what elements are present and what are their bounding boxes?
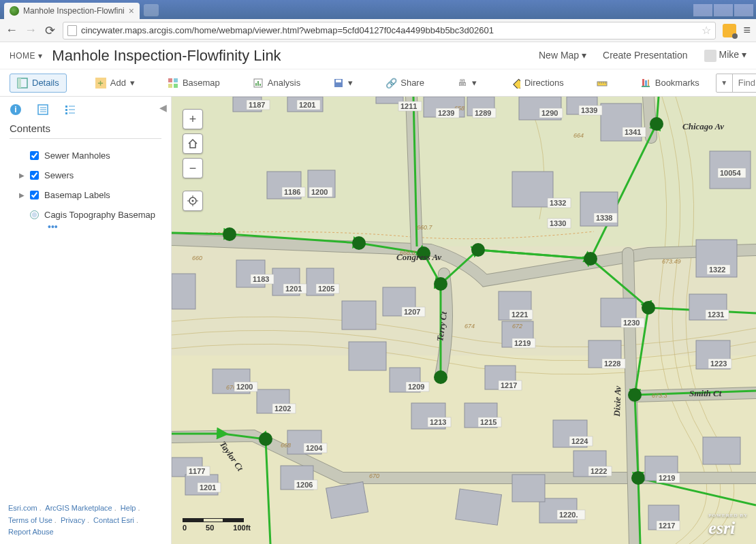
home-extent-button[interactable] [183, 133, 203, 154]
directions-button[interactable]: Directions [505, 75, 568, 91]
layer-cagis-basemap[interactable]: Cagis Topography Basemap [10, 205, 161, 225]
about-tab-icon[interactable]: i [10, 103, 22, 116]
main-area: i ◀ Contents Sewer Manholes ▶ Sewers ▶ B… [0, 97, 756, 544]
link-report[interactable]: Report Abuse [8, 528, 54, 536]
add-button[interactable]: ＋ Add ▾ [91, 75, 139, 91]
bookmarks-button[interactable]: Bookmarks [636, 75, 704, 91]
svg-text:1228: 1228 [604, 359, 620, 368]
svg-text:664: 664 [573, 132, 584, 139]
close-tab-icon[interactable]: × [129, 5, 134, 16]
svg-point-46 [434, 370, 447, 384]
collapse-sidebar-icon[interactable]: ◀ [159, 102, 167, 113]
basemap-radio-icon[interactable] [30, 210, 39, 219]
link-help[interactable]: Help [121, 504, 136, 512]
close-window-button[interactable] [734, 4, 753, 16]
svg-rect-32 [65, 112, 67, 114]
svg-rect-30 [65, 106, 67, 108]
map-svg: Chicago Av Congress Av Terry Ct Taylor C… [172, 97, 756, 544]
new-tab-button[interactable] [144, 4, 159, 16]
link-privacy[interactable]: Privacy [61, 516, 85, 524]
layer-options-icon[interactable]: ••• [10, 225, 161, 229]
browser-toolbar: ← → ⟳ cincywater.maps.arcgis.com/home/we… [0, 19, 756, 42]
bookmarks-icon [640, 78, 651, 89]
svg-text:1186: 1186 [284, 188, 300, 196]
layer-basemap-labels[interactable]: ▶ Basemap Labels [10, 185, 161, 205]
svg-rect-92 [172, 274, 195, 309]
svg-rect-95 [326, 482, 368, 519]
forward-button[interactable]: → [25, 23, 37, 37]
svg-point-39 [223, 227, 236, 241]
search-scope-dropdown[interactable]: ▼ [716, 74, 733, 92]
user-menu[interactable]: Mike ▾ [704, 49, 746, 61]
svg-text:673.3: 673.3 [652, 392, 667, 399]
minimize-button[interactable] [693, 4, 712, 16]
link-marketplace[interactable]: ArcGIS Marketplace [45, 504, 112, 512]
layer-checkbox[interactable] [30, 191, 39, 199]
browser-tab[interactable]: Manhole Inspection-Flowfini × [4, 3, 140, 19]
svg-text:1231: 1231 [708, 310, 724, 319]
svg-text:1290: 1290 [541, 109, 558, 117]
svg-text:1201: 1201 [200, 483, 216, 492]
create-presentation-button[interactable]: Create Presentation [603, 50, 688, 61]
svg-text:1322: 1322 [709, 266, 725, 274]
bookmark-star-icon[interactable]: ☆ [702, 24, 711, 37]
share-button[interactable]: 🔗 Share [381, 75, 428, 91]
map-canvas[interactable]: Chicago Av Congress Av Terry Ct Taylor C… [172, 97, 756, 544]
svg-text:1206: 1206 [296, 481, 313, 489]
measure-button[interactable] [593, 75, 612, 91]
svg-text:1339: 1339 [581, 106, 597, 114]
layer-checkbox[interactable] [30, 151, 39, 160]
link-esri[interactable]: Esri.com [8, 504, 37, 512]
svg-text:1239: 1239 [438, 109, 454, 117]
svg-text:1222: 1222 [590, 467, 607, 475]
directions-icon [509, 78, 520, 89]
back-button[interactable]: ← [5, 23, 18, 37]
svg-text:1230: 1230 [623, 319, 640, 327]
svg-text:1330: 1330 [550, 219, 566, 227]
svg-text:1187: 1187 [249, 101, 265, 109]
legend-tab-icon[interactable] [64, 103, 76, 116]
zoom-in-button[interactable]: + [183, 109, 203, 129]
svg-rect-93 [456, 489, 502, 525]
svg-text:1201: 1201 [299, 101, 315, 109]
svg-point-44 [434, 277, 447, 291]
reload-button[interactable]: ⟳ [44, 23, 56, 38]
svg-point-50 [259, 432, 272, 446]
svg-rect-62 [512, 172, 553, 207]
details-button[interactable]: Details [10, 74, 67, 93]
contents-tab-icon[interactable] [37, 103, 49, 116]
svg-rect-20 [645, 80, 647, 86]
url-bar[interactable]: cincywater.maps.arcgis.com/home/webmap/v… [63, 22, 716, 39]
svg-text:10054: 10054 [720, 169, 741, 177]
svg-rect-90 [342, 301, 376, 330]
home-dropdown[interactable]: HOME ▾ [10, 51, 42, 61]
new-map-button[interactable]: New Map ▾ [539, 50, 586, 61]
contents-heading: Contents [10, 123, 161, 134]
link-terms[interactable]: Terms of Use [8, 516, 52, 524]
save-button[interactable]: ▾ [329, 75, 357, 91]
svg-point-45 [650, 117, 663, 131]
chrome-menu-icon[interactable]: ≡ [743, 23, 751, 37]
svg-text:1200: 1200 [236, 383, 253, 391]
svg-text:1205: 1205 [318, 285, 334, 293]
locate-button[interactable] [183, 191, 203, 211]
basemap-button[interactable]: Basemap [163, 75, 224, 91]
svg-rect-3 [174, 78, 178, 82]
link-contact[interactable]: Contact Esri [93, 516, 134, 524]
layer-sewer-manholes[interactable]: Sewer Manholes [10, 146, 161, 165]
browser-tab-strip: Manhole Inspection-Flowfini × [0, 0, 756, 19]
svg-rect-8 [257, 81, 259, 86]
analysis-button[interactable]: Analysis [249, 75, 304, 91]
maximize-button[interactable] [714, 4, 733, 16]
svg-text:1215: 1215 [480, 418, 497, 426]
layer-sewers[interactable]: ▶ Sewers [10, 165, 161, 185]
svg-text:672: 672 [512, 323, 522, 330]
print-button[interactable]: 🖶▾ [453, 75, 481, 91]
svg-text:i: i [14, 105, 16, 114]
extension-icon[interactable] [723, 24, 736, 37]
zoom-out-button[interactable]: − [183, 158, 203, 178]
svg-rect-91 [349, 342, 386, 370]
svg-text:1213: 1213 [430, 418, 446, 426]
layer-checkbox[interactable] [30, 171, 39, 180]
search-input[interactable] [733, 74, 756, 92]
